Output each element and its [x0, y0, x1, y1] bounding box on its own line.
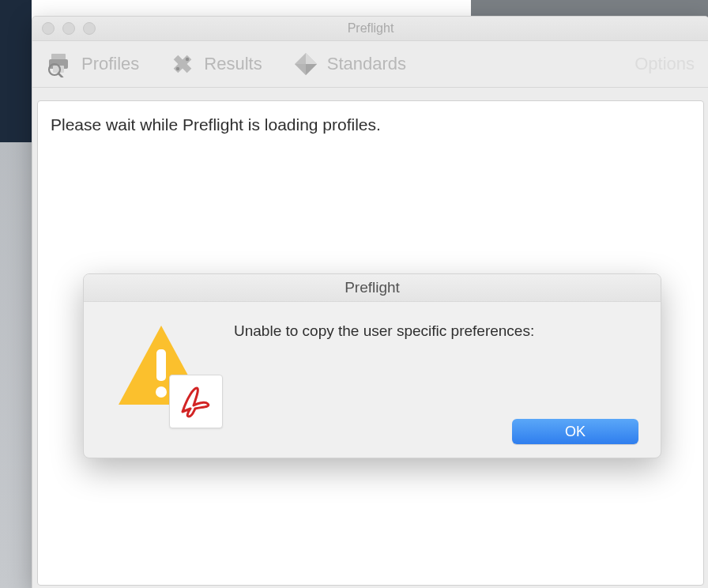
svg-rect-0 — [51, 54, 66, 60]
svg-point-8 — [186, 58, 189, 61]
close-window-button[interactable] — [42, 22, 55, 35]
minimize-window-button[interactable] — [62, 22, 75, 35]
window-titlebar: Preflight — [32, 17, 708, 41]
options-label: Options — [635, 54, 695, 74]
ok-button[interactable]: OK — [512, 419, 638, 444]
results-icon — [169, 51, 196, 77]
toolbar: Profiles Results — [32, 41, 708, 88]
alert-message-column: Unable to copy the user specific prefere… — [234, 319, 638, 444]
options-menu[interactable]: Options — [635, 54, 695, 74]
tab-results-label: Results — [204, 54, 262, 74]
svg-marker-11 — [306, 64, 317, 75]
background-left-dark-strip — [0, 0, 32, 142]
standards-icon — [292, 51, 319, 77]
tab-standards[interactable]: Standards — [292, 51, 406, 77]
svg-marker-12 — [295, 64, 306, 75]
alert-message: Unable to copy the user specific prefere… — [234, 322, 638, 340]
warning-icon — [114, 319, 209, 422]
window-title: Preflight — [32, 21, 708, 36]
zoom-window-button[interactable] — [83, 22, 96, 35]
tab-standards-label: Standards — [327, 54, 406, 74]
alert-body: Unable to copy the user specific prefere… — [84, 302, 661, 458]
loading-message: Please wait while Preflight is loading p… — [51, 115, 691, 134]
alert-icon-column — [106, 319, 217, 444]
background-top-strip — [471, 0, 708, 17]
svg-rect-14 — [156, 349, 166, 381]
svg-marker-10 — [306, 53, 317, 64]
svg-line-4 — [58, 74, 62, 77]
alert-button-row: OK — [234, 419, 638, 444]
alert-title: Preflight — [84, 274, 661, 302]
svg-point-15 — [156, 386, 167, 398]
traffic-lights — [42, 22, 96, 35]
tab-results[interactable]: Results — [169, 51, 262, 77]
printer-icon — [47, 51, 73, 77]
svg-point-7 — [176, 67, 179, 70]
tab-profiles-label: Profiles — [81, 54, 139, 74]
alert-dialog: Preflight Unable to copy the user specif… — [83, 273, 661, 458]
adobe-acrobat-icon — [169, 375, 223, 428]
tab-profiles[interactable]: Profiles — [47, 51, 139, 77]
